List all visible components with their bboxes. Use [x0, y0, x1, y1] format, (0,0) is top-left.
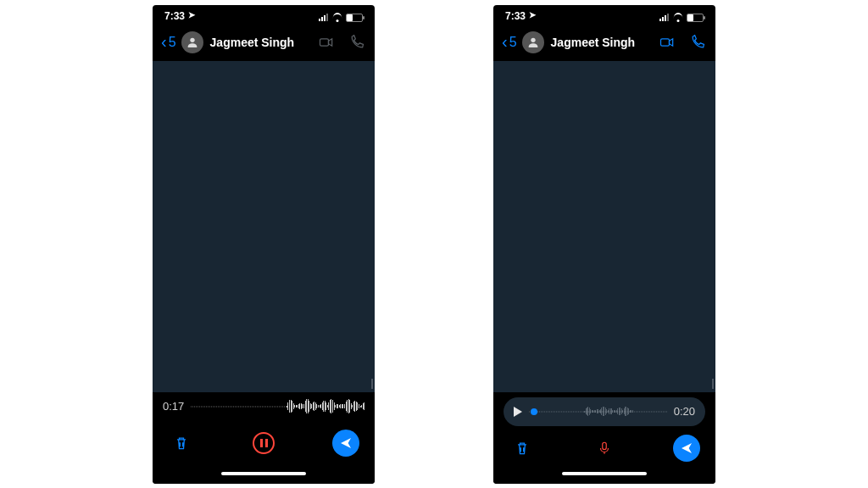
mic-icon [597, 439, 612, 458]
send-icon [339, 436, 353, 450]
status-time: 7:33 [164, 10, 185, 22]
chat-header: ‹ 5 Jagmeet Singh [153, 24, 375, 61]
resume-recording-button[interactable] [591, 435, 618, 462]
chevron-left-icon: ‹ [502, 33, 508, 50]
back-button[interactable]: ‹ 5 [502, 34, 517, 51]
video-icon [318, 34, 335, 51]
status-bar: 7:33 ➤ [493, 5, 715, 24]
svg-rect-4 [603, 442, 607, 449]
phone-icon [689, 34, 706, 51]
home-indicator[interactable] [153, 470, 375, 484]
pause-icon [260, 439, 263, 447]
video-icon [659, 34, 676, 51]
chat-body[interactable] [493, 61, 715, 392]
playback-track[interactable] [529, 403, 667, 420]
location-arrow-icon: ➤ [188, 10, 195, 19]
svg-rect-3 [661, 38, 670, 45]
chat-header: ‹ 5 Jagmeet Singh [493, 24, 715, 61]
contact-name[interactable]: Jagmeet Singh [210, 36, 305, 49]
svg-point-2 [531, 37, 535, 42]
svg-rect-1 [320, 38, 329, 45]
voice-record-panel: 0:17 [153, 392, 375, 470]
phone-left: 7:33 ➤ ‹ 5 Jagmeet Singh 0:17 [153, 5, 375, 484]
wifi-icon [331, 14, 342, 22]
phone-right: 7:33 ➤ ‹ 5 Jagmeet Singh [493, 5, 715, 484]
trash-icon [514, 440, 531, 457]
chevron-left-icon: ‹ [161, 33, 167, 50]
recording-timer: 0:17 [163, 400, 184, 413]
send-icon [680, 441, 693, 455]
status-bar: 7:33 ➤ [153, 5, 375, 24]
phone-icon [348, 34, 365, 51]
delete-recording-button[interactable] [509, 435, 536, 462]
contact-name[interactable]: Jagmeet Singh [551, 36, 646, 49]
send-voice-button[interactable] [673, 435, 700, 462]
pause-recording-button[interactable] [253, 432, 275, 454]
delete-recording-button[interactable] [168, 430, 195, 457]
play-button[interactable] [514, 407, 522, 417]
back-button[interactable]: ‹ 5 [161, 34, 176, 51]
person-icon [186, 36, 199, 49]
chat-body[interactable] [153, 61, 375, 392]
recording-actions [493, 426, 715, 470]
voice-review-panel: 0:20 [493, 392, 715, 470]
battery-icon [687, 14, 704, 22]
battery-icon [346, 14, 363, 22]
wifi-icon [672, 14, 683, 22]
back-count: 5 [169, 35, 176, 50]
avatar[interactable] [522, 31, 544, 53]
playhead-thumb[interactable] [531, 408, 537, 415]
voice-call-button[interactable] [688, 33, 707, 52]
cellular-signal-icon [659, 14, 669, 21]
cellular-signal-icon [319, 14, 328, 21]
svg-point-0 [190, 37, 194, 42]
person-icon [526, 36, 540, 49]
video-call-button[interactable] [658, 33, 676, 52]
home-indicator[interactable] [493, 470, 715, 484]
location-arrow-icon: ➤ [529, 10, 536, 19]
voice-call-button[interactable] [348, 33, 366, 52]
trash-icon [173, 435, 190, 452]
status-time: 7:33 [505, 10, 526, 22]
recording-duration: 0:20 [674, 405, 695, 418]
back-count: 5 [509, 35, 517, 50]
recording-actions [153, 421, 375, 465]
playback-pill: 0:20 [504, 397, 705, 426]
recording-row: 0:17 [153, 392, 375, 421]
send-voice-button[interactable] [332, 430, 359, 457]
waveform[interactable] [191, 398, 364, 415]
video-call-button[interactable] [317, 33, 336, 52]
avatar[interactable] [181, 31, 203, 53]
